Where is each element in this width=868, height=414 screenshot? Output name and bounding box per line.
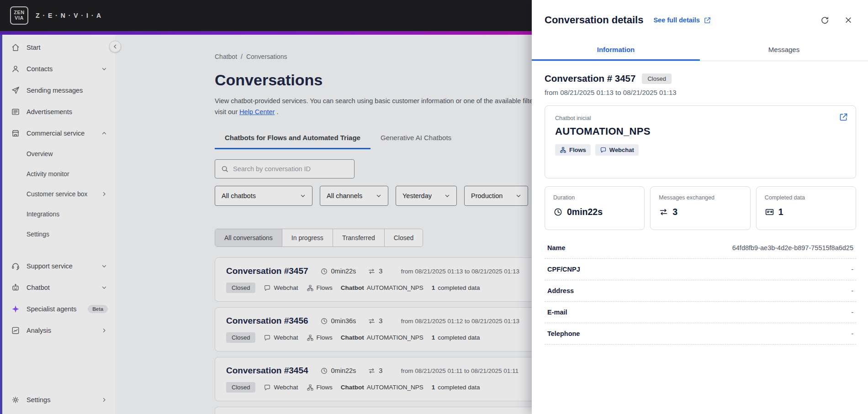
completed-data-tag: 1 completed data bbox=[432, 284, 480, 291]
completed-label: completed data bbox=[438, 384, 480, 391]
status-tab-in-progress[interactable]: In progress bbox=[282, 229, 333, 246]
sidebar-collapse-button[interactable] bbox=[109, 41, 121, 52]
webchat-badge: Webchat bbox=[595, 144, 639, 156]
flows-badge-label: Flows bbox=[569, 147, 586, 153]
chatbot-name: AUTOMATION_NPS bbox=[367, 384, 423, 391]
chat-icon bbox=[264, 384, 271, 391]
search-input[interactable] bbox=[233, 165, 349, 173]
sidebar-item-specialist-agents[interactable]: Specialist agents Beta bbox=[0, 298, 115, 320]
brand-wordmark: Z · E · N · V · I · A bbox=[36, 12, 102, 19]
detail-label: CPF/CNPJ bbox=[547, 266, 580, 273]
exchange-icon bbox=[659, 207, 668, 217]
detail-value: - bbox=[851, 266, 853, 273]
chevron-right-icon bbox=[101, 327, 108, 334]
sidebar-item-customer-service-box[interactable]: Customer service box bbox=[0, 184, 115, 204]
drawer-tabs: Information Messages bbox=[532, 39, 868, 61]
drawer-date-range: from 08/21/2025 01:13 to 08/21/2025 01:1… bbox=[545, 89, 856, 96]
tab-generative-ai-chatbots[interactable]: Generative AI Chatbots bbox=[370, 128, 461, 149]
flow-icon bbox=[307, 284, 314, 292]
drawer-conversation-header: Conversation # 3457 Closed bbox=[545, 73, 856, 84]
channels-filter-select[interactable]: All channels bbox=[320, 186, 388, 206]
sidebar-item-label: Analysis bbox=[26, 327, 101, 334]
completed-label: completed data bbox=[438, 284, 480, 291]
completed-data-tag: 1 completed data bbox=[432, 384, 480, 391]
open-chatbot-button[interactable] bbox=[839, 112, 848, 122]
zenvia-logo-icon[interactable]: ZEN VIA bbox=[10, 6, 28, 25]
detail-value: - bbox=[851, 287, 853, 294]
sidebar-item-advertisements[interactable]: Advertisements bbox=[0, 101, 115, 122]
messages-count-value: 3 bbox=[379, 367, 382, 374]
description-line1: View chatbot-provided services. You can … bbox=[215, 97, 540, 105]
detail-label: Address bbox=[547, 287, 574, 294]
stat-number: 0min22s bbox=[567, 207, 603, 217]
clock-icon bbox=[320, 367, 328, 375]
status-badge: Closed bbox=[226, 283, 255, 293]
id-card-icon bbox=[765, 207, 774, 217]
chatbots-filter-select[interactable]: All chatbots bbox=[215, 186, 312, 206]
stat-label: Duration bbox=[553, 194, 636, 201]
webchat-badge-label: Webchat bbox=[609, 147, 634, 153]
chevron-right-icon bbox=[101, 396, 108, 404]
conversation-title: Conversation #3457 bbox=[226, 266, 308, 276]
stat-value: 3 bbox=[659, 207, 741, 217]
sidebar-item-start[interactable]: Start bbox=[0, 37, 115, 58]
sidebar-item-contacts[interactable]: Contacts bbox=[0, 58, 115, 79]
sidebar-item-analysis[interactable]: Analysis bbox=[0, 320, 115, 341]
sidebar-item-sending-messages[interactable]: Sending messages bbox=[0, 79, 115, 101]
close-icon bbox=[844, 16, 853, 25]
breadcrumb-parent[interactable]: Chatbot bbox=[215, 53, 237, 60]
conversation-messages-count: 3 bbox=[368, 317, 382, 325]
chatbot-name-tag: Chatbot AUTOMATION_NPS bbox=[341, 334, 423, 341]
chevron-down-icon bbox=[515, 192, 522, 199]
tab-information[interactable]: Information bbox=[532, 39, 700, 61]
duration-value: 0min36s bbox=[331, 317, 356, 325]
flow-type-tag: Flows bbox=[307, 384, 333, 391]
sidebar-item-label: Specialist agents bbox=[26, 305, 83, 313]
chatbot-card-badges: Flows Webchat bbox=[555, 144, 846, 156]
newspaper-icon bbox=[11, 107, 20, 116]
channel-label: Webchat bbox=[274, 384, 298, 391]
duration-value: 0min22s bbox=[331, 267, 356, 275]
period-filter-select[interactable]: Yesterday bbox=[396, 186, 457, 206]
status-badge: Closed bbox=[226, 332, 255, 343]
refresh-icon bbox=[820, 16, 830, 25]
chevron-down-icon bbox=[101, 284, 108, 291]
status-tab-closed[interactable]: Closed bbox=[385, 229, 423, 246]
sidebar-item-label: Contacts bbox=[26, 65, 101, 73]
detail-label: Name bbox=[547, 244, 566, 252]
drawer-header: Conversation details See full details bbox=[532, 0, 868, 27]
status-tab-transferred[interactable]: Transferred bbox=[333, 229, 385, 246]
close-button[interactable] bbox=[842, 14, 854, 26]
detail-row-email: E-mail - bbox=[545, 302, 856, 323]
person-icon bbox=[11, 64, 20, 73]
clock-icon bbox=[320, 317, 328, 325]
channel-tag: Webchat bbox=[264, 284, 298, 292]
sidebar: Start Contacts Sending messages Advertis… bbox=[0, 35, 115, 414]
chevron-down-icon bbox=[101, 262, 108, 270]
refresh-button[interactable] bbox=[819, 14, 831, 26]
channel-label: Webchat bbox=[274, 334, 298, 341]
completed-data-tag: 1 completed data bbox=[432, 334, 480, 341]
chat-icon bbox=[600, 147, 607, 153]
detail-value: - bbox=[851, 309, 853, 316]
drawer-conversation-title: Conversation # 3457 bbox=[545, 73, 635, 84]
sidebar-item-support-service[interactable]: Support service bbox=[0, 255, 115, 277]
sidebar-item-chatbot[interactable]: Chatbot bbox=[0, 277, 115, 298]
stat-number: 1 bbox=[778, 207, 783, 217]
conversation-date-range: from 08/21/2025 01:13 to 08/21/2025 01:1… bbox=[401, 268, 519, 275]
status-tab-all-conversations[interactable]: All conversations bbox=[215, 229, 282, 246]
sidebar-item-commercial-service[interactable]: Commercial service bbox=[0, 122, 115, 144]
environment-filter-select[interactable]: Production bbox=[464, 186, 528, 206]
sidebar-item-activity-monitor[interactable]: Activity monitor bbox=[0, 164, 115, 184]
sidebar-item-overview[interactable]: Overview bbox=[0, 144, 115, 164]
chatbot-card-name: AUTOMATION_NPS bbox=[555, 126, 846, 137]
detail-label: E-mail bbox=[547, 309, 567, 316]
help-center-link[interactable]: Help Center bbox=[239, 108, 275, 115]
see-full-details-link[interactable]: See full details bbox=[653, 16, 711, 24]
tab-flows-and-automated-triage[interactable]: Chatbots for Flows and Automated Triage bbox=[215, 128, 370, 149]
chevron-up-icon bbox=[101, 130, 108, 137]
sidebar-item-commercial-settings[interactable]: Settings bbox=[0, 224, 115, 244]
tab-messages[interactable]: Messages bbox=[700, 39, 868, 61]
sidebar-item-settings[interactable]: Settings bbox=[0, 389, 115, 410]
sidebar-item-integrations[interactable]: Integrations bbox=[0, 204, 115, 224]
